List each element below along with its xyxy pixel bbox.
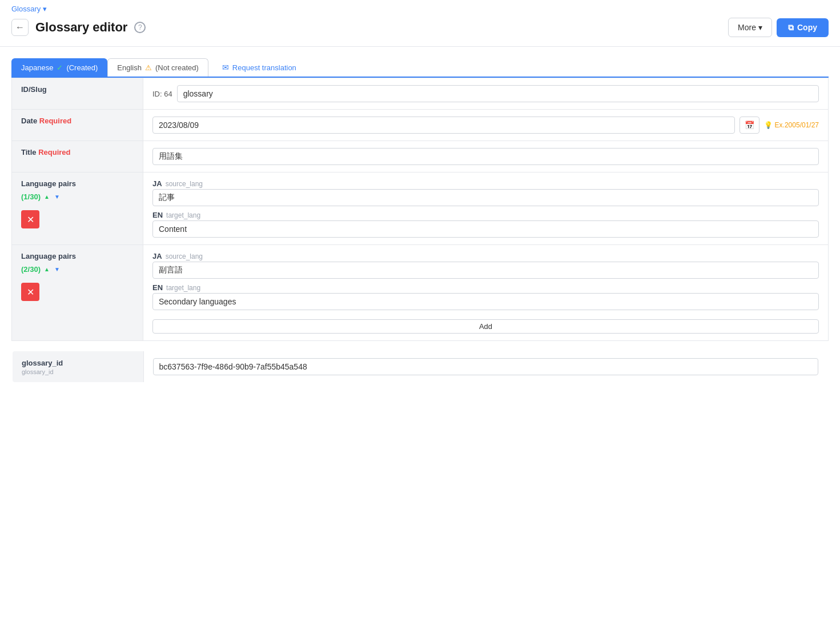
breadcrumb[interactable]: Glossary ▾ [11, 5, 829, 13]
tab-english-status: (Not created) [155, 63, 199, 72]
breadcrumb-chevron-icon: ▾ [43, 5, 47, 13]
id-slug-value-cell: ID: 64 [143, 78, 829, 110]
lang-pairs-1-count: (1/30) [21, 192, 41, 201]
back-icon: ← [15, 22, 25, 33]
lang-pairs-2-count: (2/30) [21, 265, 41, 274]
request-translation-icon: ✉ [222, 63, 229, 72]
page-header: ← Glossary editor ? More ▾ ⧉ Copy [0, 13, 840, 47]
glossary-id-value-cell [143, 351, 828, 383]
add-language-pair-button[interactable]: Add [152, 319, 819, 334]
id-slug-label: ID/Slug [21, 85, 47, 94]
page-title: Glossary editor [35, 20, 127, 35]
header-left: ← Glossary editor ? [11, 19, 146, 36]
main-content: Japanese ✓ (Created) English ⚠ (Not crea… [0, 47, 840, 395]
date-value-cell: 📅 💡 Ex.2005/01/27 [143, 110, 829, 141]
back-button[interactable]: ← [11, 19, 29, 36]
request-translation-label: Request translation [232, 63, 296, 72]
date-example-text: Ex.2005/01/27 [775, 121, 819, 129]
lang-pairs-1-delete-button[interactable]: ✕ [21, 210, 39, 228]
id-prefix: ID: 64 [152, 90, 172, 98]
calendar-button[interactable]: 📅 [739, 117, 759, 134]
header-right: More ▾ ⧉ Copy [728, 18, 829, 37]
lang-pairs-2-en-type: target_lang [166, 284, 200, 292]
glossary-id-row: glossary_id glossary_id [12, 351, 828, 383]
more-button[interactable]: More ▾ [728, 18, 772, 37]
lang-pairs-2-en-code: EN [152, 283, 163, 292]
glossary-id-sub-label: glossary_id [22, 368, 134, 375]
lang-pairs-1-ja-code: JA [152, 179, 162, 188]
lang-pairs-2-value-cell: JA source_lang EN target_lang Add [143, 245, 829, 341]
date-input[interactable] [152, 117, 735, 134]
lang-pairs-1-ja-type: source_lang [166, 180, 203, 188]
lang-pairs-1-value-cell: JA source_lang EN target_lang [143, 172, 829, 245]
date-required: Required [39, 117, 71, 125]
title-value-cell [143, 141, 829, 172]
slug-input[interactable] [177, 85, 819, 102]
date-row: Date Required 📅 💡 Ex.2005/01/27 [12, 110, 829, 141]
title-input[interactable] [152, 148, 819, 165]
form-table: ID/Slug ID: 64 Date Required 📅 � [11, 78, 829, 341]
copy-button[interactable]: ⧉ Copy [777, 18, 829, 37]
date-label: Date [21, 117, 37, 125]
lang-pairs-1-count-row: (1/30) ▲ ▼ [21, 192, 61, 201]
copy-label: Copy [797, 23, 817, 32]
glossary-id-input[interactable] [153, 358, 819, 375]
tab-english-warn-icon: ⚠ [145, 63, 152, 72]
lang-pairs-1-ja-input[interactable] [152, 189, 819, 206]
lang-pairs-1-label: Language pairs [21, 179, 76, 188]
title-required: Required [38, 148, 70, 157]
lang-pairs-2-up-button[interactable]: ▲ [43, 266, 51, 272]
request-translation-link[interactable]: ✉ Request translation [213, 58, 306, 77]
more-chevron-icon: ▾ [758, 23, 762, 32]
title-row: Title Required [12, 141, 829, 172]
lang-pairs-2-label: Language pairs [21, 252, 76, 260]
lang-pairs-2-delete-button[interactable]: ✕ [21, 283, 39, 301]
language-pairs-2-row: Language pairs (2/30) ▲ ▼ ✕ JA source_la… [12, 245, 829, 341]
help-icon[interactable]: ? [134, 22, 146, 33]
lang-pairs-1-label-cell: Language pairs (1/30) ▲ ▼ ✕ [12, 172, 143, 245]
lang-pairs-2-down-button[interactable]: ▼ [53, 266, 61, 272]
lang-pairs-2-ja-code: JA [152, 252, 162, 260]
language-tabs: Japanese ✓ (Created) English ⚠ (Not crea… [11, 58, 829, 78]
tab-english[interactable]: English ⚠ (Not created) [107, 58, 208, 77]
more-label: More [738, 23, 756, 32]
lang-pairs-2-ja-type: source_lang [166, 252, 203, 260]
lang-pairs-1-en-code: EN [152, 211, 163, 219]
tab-japanese[interactable]: Japanese ✓ (Created) [11, 58, 107, 77]
tab-japanese-status: (Created) [66, 63, 98, 72]
date-example: 💡 Ex.2005/01/27 [764, 121, 819, 129]
glossary-id-label-cell: glossary_id glossary_id [12, 351, 143, 383]
date-label-cell: Date Required [12, 110, 143, 141]
title-label: Title [21, 148, 37, 157]
breadcrumb-label: Glossary [11, 5, 41, 13]
lang-pairs-1-up-button[interactable]: ▲ [43, 194, 51, 200]
language-pairs-1-row: Language pairs (1/30) ▲ ▼ ✕ JA source_la… [12, 172, 829, 245]
tab-english-label: English [117, 63, 142, 72]
lang-pairs-2-label-cell: Language pairs (2/30) ▲ ▼ ✕ [12, 245, 143, 341]
title-label-cell: Title Required [12, 141, 143, 172]
date-example-icon: 💡 [764, 121, 773, 129]
lang-pairs-1-down-button[interactable]: ▼ [53, 194, 61, 200]
copy-icon: ⧉ [788, 23, 794, 33]
lang-pairs-2-ja-input[interactable] [152, 262, 819, 279]
tab-japanese-label: Japanese [21, 63, 53, 72]
lang-pairs-1-en-type: target_lang [166, 211, 200, 219]
glossary-id-main-label: glossary_id [22, 359, 134, 367]
id-slug-label-cell: ID/Slug [12, 78, 143, 110]
lang-pairs-2-en-input[interactable] [152, 293, 819, 310]
tab-japanese-check-icon: ✓ [57, 63, 63, 72]
lang-pairs-2-count-row: (2/30) ▲ ▼ [21, 265, 61, 274]
glossary-id-table: glossary_id glossary_id [11, 350, 829, 383]
lang-pairs-1-en-input[interactable] [152, 220, 819, 238]
id-slug-row: ID/Slug ID: 64 [12, 78, 829, 110]
